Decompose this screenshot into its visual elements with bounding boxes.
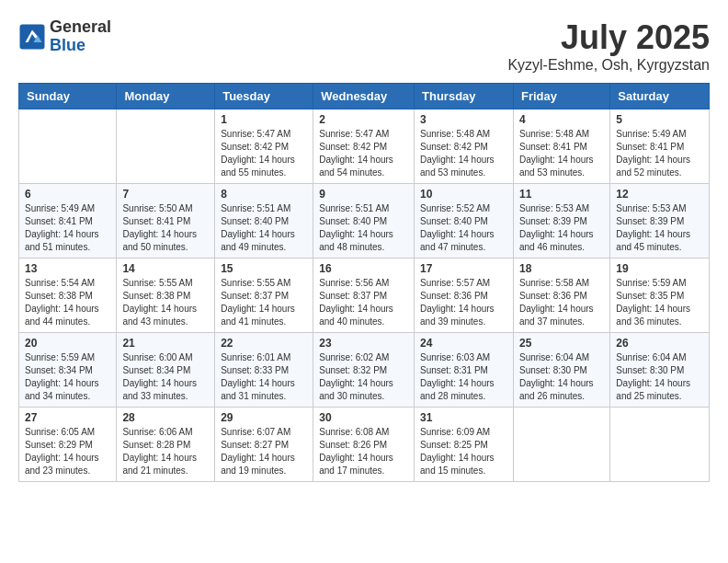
day-number: 14 — [122, 262, 209, 275]
calendar-cell: 15Sunrise: 5:55 AM Sunset: 8:37 PM Dayli… — [215, 259, 313, 333]
day-number: 8 — [221, 188, 307, 201]
calendar-cell: 16Sunrise: 5:56 AM Sunset: 8:37 PM Dayli… — [313, 259, 415, 333]
day-info: Sunrise: 5:53 AM Sunset: 8:39 PM Dayligh… — [519, 202, 604, 254]
day-number: 15 — [221, 262, 307, 275]
day-info: Sunrise: 5:47 AM Sunset: 8:42 PM Dayligh… — [319, 128, 408, 179]
day-info: Sunrise: 5:54 AM Sunset: 8:38 PM Dayligh… — [25, 277, 110, 328]
day-info: Sunrise: 5:59 AM Sunset: 8:35 PM Dayligh… — [616, 277, 703, 328]
calendar-week-4: 20Sunrise: 5:59 AM Sunset: 8:34 PM Dayli… — [19, 333, 710, 408]
day-number: 7 — [122, 188, 209, 201]
day-number: 2 — [319, 113, 408, 126]
calendar-week-3: 13Sunrise: 5:54 AM Sunset: 8:38 PM Dayli… — [19, 259, 710, 333]
calendar-cell: 12Sunrise: 5:53 AM Sunset: 8:39 PM Dayli… — [610, 184, 710, 259]
day-info: Sunrise: 5:49 AM Sunset: 8:41 PM Dayligh… — [25, 202, 110, 254]
logo-icon — [18, 23, 46, 51]
day-info: Sunrise: 6:07 AM Sunset: 8:27 PM Dayligh… — [221, 426, 307, 477]
day-number: 9 — [319, 188, 408, 201]
day-info: Sunrise: 6:09 AM Sunset: 8:25 PM Dayligh… — [420, 426, 507, 477]
calendar-cell: 23Sunrise: 6:02 AM Sunset: 8:32 PM Dayli… — [313, 333, 415, 408]
day-info: Sunrise: 6:08 AM Sunset: 8:26 PM Dayligh… — [319, 426, 408, 477]
calendar-cell — [610, 408, 710, 482]
day-number: 25 — [519, 337, 604, 350]
day-number: 29 — [221, 411, 307, 424]
calendar-table: SundayMondayTuesdayWednesdayThursdayFrid… — [18, 83, 710, 482]
day-number: 16 — [319, 262, 408, 275]
calendar-cell — [117, 109, 215, 184]
day-info: Sunrise: 5:51 AM Sunset: 8:40 PM Dayligh… — [221, 202, 307, 254]
day-header-saturday: Saturday — [610, 84, 710, 109]
calendar-cell: 29Sunrise: 6:07 AM Sunset: 8:27 PM Dayli… — [215, 408, 313, 482]
location-subtitle: Kyzyl-Eshme, Osh, Kyrgyzstan — [507, 57, 710, 74]
day-info: Sunrise: 5:51 AM Sunset: 8:40 PM Dayligh… — [319, 202, 408, 254]
day-info: Sunrise: 5:52 AM Sunset: 8:40 PM Dayligh… — [420, 202, 507, 254]
calendar-cell: 30Sunrise: 6:08 AM Sunset: 8:26 PM Dayli… — [313, 408, 415, 482]
day-info: Sunrise: 5:53 AM Sunset: 8:39 PM Dayligh… — [616, 202, 703, 254]
day-number: 22 — [221, 337, 307, 350]
day-number: 19 — [616, 262, 703, 275]
calendar-cell: 3Sunrise: 5:48 AM Sunset: 8:42 PM Daylig… — [415, 109, 514, 184]
day-number: 1 — [221, 113, 307, 126]
day-number: 3 — [420, 113, 507, 126]
day-header-thursday: Thursday — [415, 84, 514, 109]
day-header-wednesday: Wednesday — [313, 84, 415, 109]
calendar-cell: 1Sunrise: 5:47 AM Sunset: 8:42 PM Daylig… — [215, 109, 313, 184]
day-header-monday: Monday — [117, 84, 215, 109]
calendar-cell: 18Sunrise: 5:58 AM Sunset: 8:36 PM Dayli… — [513, 259, 609, 333]
calendar-cell: 8Sunrise: 5:51 AM Sunset: 8:40 PM Daylig… — [215, 184, 313, 259]
day-info: Sunrise: 6:00 AM Sunset: 8:34 PM Dayligh… — [122, 351, 209, 403]
svg-rect-0 — [20, 24, 45, 49]
day-info: Sunrise: 5:55 AM Sunset: 8:37 PM Dayligh… — [221, 277, 307, 328]
day-info: Sunrise: 5:59 AM Sunset: 8:34 PM Dayligh… — [25, 351, 110, 403]
day-info: Sunrise: 6:03 AM Sunset: 8:31 PM Dayligh… — [420, 351, 507, 403]
day-info: Sunrise: 6:01 AM Sunset: 8:33 PM Dayligh… — [221, 351, 307, 403]
calendar-cell: 5Sunrise: 5:49 AM Sunset: 8:41 PM Daylig… — [610, 109, 710, 184]
calendar-cell: 22Sunrise: 6:01 AM Sunset: 8:33 PM Dayli… — [215, 333, 313, 408]
day-header-sunday: Sunday — [19, 84, 117, 109]
day-info: Sunrise: 6:04 AM Sunset: 8:30 PM Dayligh… — [616, 351, 703, 403]
calendar-cell: 13Sunrise: 5:54 AM Sunset: 8:38 PM Dayli… — [19, 259, 117, 333]
title-section: July 2025 Kyzyl-Eshme, Osh, Kyrgyzstan — [507, 18, 710, 74]
calendar-cell: 25Sunrise: 6:04 AM Sunset: 8:30 PM Dayli… — [513, 333, 609, 408]
day-number: 17 — [420, 262, 507, 275]
day-number: 10 — [420, 188, 507, 201]
calendar-week-2: 6Sunrise: 5:49 AM Sunset: 8:41 PM Daylig… — [19, 184, 710, 259]
day-info: Sunrise: 5:48 AM Sunset: 8:42 PM Dayligh… — [420, 128, 507, 179]
day-info: Sunrise: 6:06 AM Sunset: 8:28 PM Dayligh… — [122, 426, 209, 477]
calendar-week-5: 27Sunrise: 6:05 AM Sunset: 8:29 PM Dayli… — [19, 408, 710, 482]
day-header-friday: Friday — [513, 84, 609, 109]
calendar-week-1: 1Sunrise: 5:47 AM Sunset: 8:42 PM Daylig… — [19, 109, 710, 184]
day-info: Sunrise: 6:05 AM Sunset: 8:29 PM Dayligh… — [25, 426, 110, 477]
day-header-tuesday: Tuesday — [215, 84, 313, 109]
day-number: 21 — [122, 337, 209, 350]
day-number: 18 — [519, 262, 604, 275]
day-number: 28 — [122, 411, 209, 424]
calendar-cell: 27Sunrise: 6:05 AM Sunset: 8:29 PM Dayli… — [19, 408, 117, 482]
day-number: 6 — [25, 188, 110, 201]
day-number: 27 — [25, 411, 110, 424]
day-number: 13 — [25, 262, 110, 275]
calendar-cell: 11Sunrise: 5:53 AM Sunset: 8:39 PM Dayli… — [513, 184, 609, 259]
calendar-cell: 21Sunrise: 6:00 AM Sunset: 8:34 PM Dayli… — [117, 333, 215, 408]
day-number: 11 — [519, 188, 604, 201]
calendar-cell — [19, 109, 117, 184]
day-info: Sunrise: 5:50 AM Sunset: 8:41 PM Dayligh… — [122, 202, 209, 254]
calendar-cell: 6Sunrise: 5:49 AM Sunset: 8:41 PM Daylig… — [19, 184, 117, 259]
calendar-body: 1Sunrise: 5:47 AM Sunset: 8:42 PM Daylig… — [19, 109, 710, 482]
logo: General Blue — [18, 18, 111, 55]
calendar-cell: 19Sunrise: 5:59 AM Sunset: 8:35 PM Dayli… — [610, 259, 710, 333]
day-info: Sunrise: 5:58 AM Sunset: 8:36 PM Dayligh… — [519, 277, 604, 328]
calendar-cell: 7Sunrise: 5:50 AM Sunset: 8:41 PM Daylig… — [117, 184, 215, 259]
day-number: 26 — [616, 337, 703, 350]
logo-blue: Blue — [50, 37, 111, 55]
day-number: 20 — [25, 337, 110, 350]
logo-text: General Blue — [50, 18, 111, 55]
calendar-cell: 14Sunrise: 5:55 AM Sunset: 8:38 PM Dayli… — [117, 259, 215, 333]
calendar-header-row: SundayMondayTuesdayWednesdayThursdayFrid… — [19, 84, 710, 109]
calendar-cell: 31Sunrise: 6:09 AM Sunset: 8:25 PM Dayli… — [415, 408, 514, 482]
calendar-cell: 20Sunrise: 5:59 AM Sunset: 8:34 PM Dayli… — [19, 333, 117, 408]
day-info: Sunrise: 6:04 AM Sunset: 8:30 PM Dayligh… — [519, 351, 604, 403]
day-number: 23 — [319, 337, 408, 350]
day-number: 31 — [420, 411, 507, 424]
calendar-cell: 24Sunrise: 6:03 AM Sunset: 8:31 PM Dayli… — [415, 333, 514, 408]
day-info: Sunrise: 5:49 AM Sunset: 8:41 PM Dayligh… — [616, 128, 703, 179]
